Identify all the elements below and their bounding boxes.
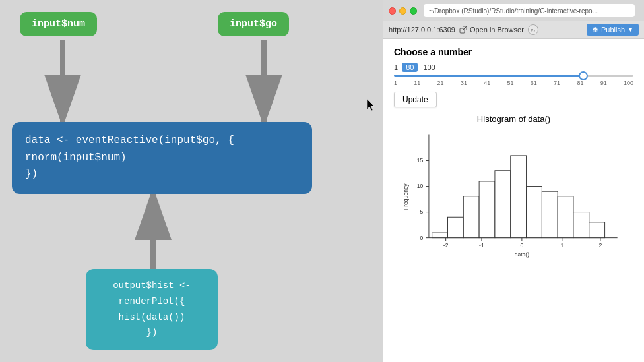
svg-text:-1: -1: [479, 242, 484, 249]
open-in-browser-button[interactable]: Open in Browser: [459, 26, 524, 34]
browser-chrome: ~/Dropbox (RStudio)/RStudio/training/C-i…: [383, 0, 644, 39]
cursor: [367, 99, 375, 111]
svg-rect-32: [479, 181, 495, 238]
url-bar[interactable]: ~/Dropbox (RStudio)/RStudio/training/C-i…: [424, 4, 635, 17]
svg-text:2: 2: [599, 242, 602, 249]
svg-text:10: 10: [417, 183, 424, 189]
diagram-panel: input$num input$go data <- eventReactive…: [0, 0, 383, 362]
svg-text:Frequency: Frequency: [403, 183, 410, 210]
browser-titlebar: ~/Dropbox (RStudio)/RStudio/training/C-i…: [383, 0, 644, 21]
traffic-lights: [389, 7, 417, 15]
slider-max-label: 100: [423, 63, 435, 71]
svg-rect-33: [495, 171, 511, 238]
svg-text:0: 0: [420, 235, 424, 241]
svg-text:1: 1: [560, 242, 564, 249]
svg-rect-37: [558, 196, 573, 238]
svg-rect-31: [463, 196, 479, 238]
publish-button[interactable]: Publish ▼: [587, 24, 639, 36]
svg-rect-29: [432, 233, 448, 238]
browser-panel: ~/Dropbox (RStudio)/RStudio/training/C-i…: [383, 0, 644, 362]
slider-min-label: 1: [394, 63, 398, 71]
close-button[interactable]: [389, 7, 396, 15]
histogram-title: Histogram of data(): [394, 114, 633, 124]
external-link-icon: [459, 26, 467, 34]
slider-value-display: 80: [402, 63, 418, 72]
slider-track: [394, 75, 633, 77]
input-go-node: input$go: [218, 12, 289, 36]
slider-row: 1 80 100: [394, 63, 633, 72]
refresh-button[interactable]: ↻: [528, 24, 538, 35]
minimize-button[interactable]: [399, 7, 406, 15]
svg-text:5: 5: [420, 208, 424, 215]
histogram-chart: 0 5 10 15 Frequency -2 -1: [394, 128, 633, 260]
slider-ticks: 1 11 21 31 41 51 61 71 81 91 100: [394, 80, 633, 86]
publish-icon: [592, 26, 598, 33]
svg-text:data(): data(): [515, 251, 530, 258]
svg-rect-39: [589, 222, 605, 238]
svg-text:-2: -2: [443, 242, 449, 249]
slider-thumb[interactable]: [579, 71, 588, 80]
input-num-node: input$num: [20, 12, 97, 36]
svg-rect-34: [511, 156, 527, 238]
url-text: http://127.0.0.1:6309: [389, 26, 455, 34]
event-reactive-node: data <- eventReactive(input$go, { rnorm(…: [12, 122, 312, 194]
svg-rect-38: [573, 212, 589, 238]
svg-text:0: 0: [520, 242, 523, 249]
browser-toolbar: http://127.0.0.1:6309 Open in Browser ↻ …: [383, 21, 644, 38]
slider-container[interactable]: [394, 75, 633, 77]
svg-rect-30: [448, 217, 464, 237]
slider-fill: [394, 75, 583, 77]
render-plot-node: output$hist <- renderPlot({ hist(data())…: [86, 269, 218, 350]
update-button[interactable]: Update: [394, 92, 437, 107]
app-title: Choose a number: [394, 47, 633, 57]
svg-rect-36: [542, 191, 558, 237]
maximize-button[interactable]: [410, 7, 417, 15]
svg-text:15: 15: [417, 157, 424, 164]
browser-content: Choose a number 1 80 100 1 11 21 31 41 5…: [383, 39, 644, 362]
svg-rect-35: [527, 187, 542, 238]
histogram-container: Histogram of data() 0 5 10 15: [394, 114, 633, 263]
